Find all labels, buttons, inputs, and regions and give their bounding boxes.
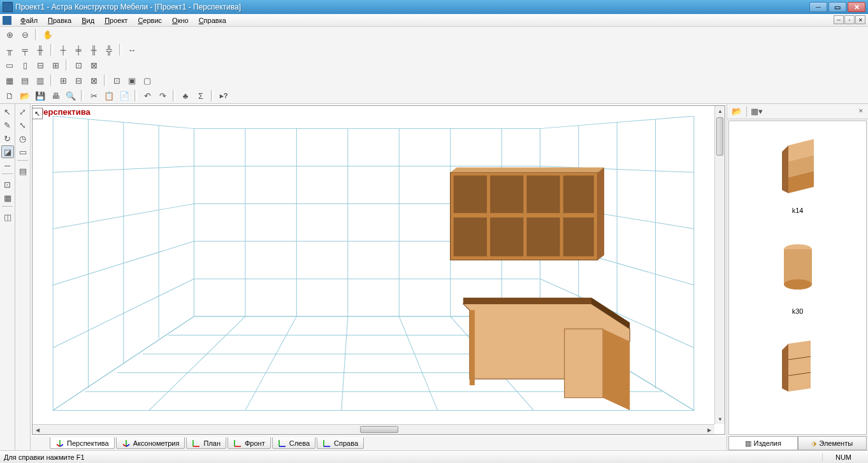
scroll-thumb[interactable] xyxy=(360,426,398,433)
redo-icon[interactable]: ↷ xyxy=(156,89,170,103)
pan-icon[interactable]: ✋ xyxy=(41,27,55,41)
layer-tool-icon[interactable]: ▤ xyxy=(17,165,29,177)
cursor-select-icon[interactable]: ↖ xyxy=(32,108,43,119)
snap-tool-icon[interactable]: ╬ xyxy=(102,43,116,57)
dim-tool-icon[interactable]: ◫ xyxy=(1,210,14,223)
mdi-minimize-button[interactable]: ─ xyxy=(834,15,844,24)
tab-plan[interactable]: План xyxy=(186,437,226,449)
menu-file[interactable]: Файл xyxy=(15,15,43,26)
save-file-icon[interactable]: 💾 xyxy=(33,89,47,103)
mdi-close-button[interactable]: ✕ xyxy=(855,15,865,24)
panel-close-icon[interactable]: ✕ xyxy=(857,107,865,115)
view-mode-icon[interactable]: ▦▾ xyxy=(749,105,763,119)
panel-tool-icon[interactable]: ⊠ xyxy=(87,58,101,72)
panel-tool-icon[interactable]: ⊞ xyxy=(48,58,62,72)
scroll-right-icon[interactable]: ▶ xyxy=(704,425,714,435)
open-library-icon[interactable]: 📂 xyxy=(730,105,744,119)
grid-tool-icon[interactable]: ⊠ xyxy=(87,73,101,87)
scroll-thumb[interactable] xyxy=(716,117,723,156)
edit-tool-icon[interactable]: ✎ xyxy=(1,119,14,131)
tab-right[interactable]: Справа xyxy=(317,437,364,449)
open-file-icon[interactable]: 📂 xyxy=(18,89,32,103)
tab-perspective[interactable]: Перспектива xyxy=(50,437,115,449)
tab-left[interactable]: Слева xyxy=(272,437,315,449)
scroll-left-icon[interactable]: ◀ xyxy=(33,425,43,435)
grid-tool-icon[interactable]: ▤ xyxy=(18,73,32,87)
minimize-button[interactable]: ─ xyxy=(809,2,827,12)
scroll-up-icon[interactable]: ▲ xyxy=(715,106,725,116)
scrollbar-vertical[interactable]: ▲ ▼ xyxy=(714,106,725,424)
cut-icon[interactable]: ✂ xyxy=(87,89,101,103)
align-tool-icon[interactable]: ╥ xyxy=(3,43,17,57)
menu-edit[interactable]: Правка xyxy=(43,15,76,26)
snap-tool-icon[interactable]: ╪ xyxy=(71,43,85,57)
maximize-button[interactable]: ▭ xyxy=(828,2,846,12)
rect-tool-icon[interactable]: ▭ xyxy=(17,145,29,158)
distribute-tool-icon[interactable]: ↔ xyxy=(125,43,139,57)
copy-icon[interactable]: 📋 xyxy=(102,89,116,103)
svg-marker-76 xyxy=(782,145,788,193)
svg-rect-46 xyxy=(563,175,594,213)
measure-tool-icon[interactable]: ◷ xyxy=(17,132,29,145)
grid-tool-icon[interactable]: ▣ xyxy=(125,73,139,87)
dim-tool-icon[interactable]: ▦ xyxy=(1,191,14,204)
rotate-tool-icon[interactable]: ↻ xyxy=(1,132,14,145)
tab-products[interactable]: ▥ Изделия xyxy=(728,436,798,450)
align-tool-icon[interactable]: ╤ xyxy=(18,43,32,57)
print-preview-icon[interactable]: 🔍 xyxy=(64,89,78,103)
select-tool-icon[interactable]: ↖ xyxy=(1,105,14,118)
zoom-out-icon[interactable]: ⊖ xyxy=(18,27,32,41)
axis-2d-icon xyxy=(322,439,331,448)
measure-tool-icon[interactable]: ⤡ xyxy=(17,119,29,131)
tab-elements[interactable]: ⬗ Элементы xyxy=(798,436,867,450)
tab-axonometry[interactable]: Аксонометрия xyxy=(116,437,185,449)
zoom-in-icon[interactable]: ⊕ xyxy=(3,27,17,41)
menu-view[interactable]: Вид xyxy=(76,15,99,26)
dim-tool-icon[interactable]: ⊡ xyxy=(1,178,14,191)
library-item[interactable]: k14 xyxy=(729,126,866,214)
library-list[interactable]: k14 k30 xyxy=(728,121,867,435)
grid-tool-icon[interactable]: ⊟ xyxy=(71,73,85,87)
svg-marker-51 xyxy=(451,167,604,172)
line-tool-icon[interactable]: ─ xyxy=(1,159,14,172)
tab-label: Аксонометрия xyxy=(133,439,180,447)
paste-icon[interactable]: 📄 xyxy=(117,89,131,103)
grid-tool-icon[interactable]: ▢ xyxy=(140,73,154,87)
close-button[interactable]: ✕ xyxy=(848,2,865,12)
menubar: Файл Правка Вид Проект Сервис Окно Справ… xyxy=(0,14,868,27)
library-item[interactable] xyxy=(729,328,866,408)
svg-marker-52 xyxy=(598,167,604,260)
snap-tool-icon[interactable]: ╫ xyxy=(87,43,101,57)
center-pane: ↖ Перспектива xyxy=(31,104,727,450)
panel-tool-icon[interactable]: ⊡ xyxy=(71,58,85,72)
grid-tool-icon[interactable]: ▦ xyxy=(3,73,17,87)
panel-tool-icon[interactable]: ▯ xyxy=(18,58,32,72)
whats-this-icon[interactable]: ▸? xyxy=(217,89,231,103)
grid-tool-icon[interactable]: ▥ xyxy=(33,73,47,87)
library-item-label: k14 xyxy=(792,207,804,214)
measure-tool-icon[interactable]: ⤢ xyxy=(17,105,29,118)
print-icon[interactable]: 🖶 xyxy=(48,89,62,103)
undo-icon[interactable]: ↶ xyxy=(140,89,154,103)
scroll-down-icon[interactable]: ▼ xyxy=(715,414,725,424)
tab-front[interactable]: Фронт xyxy=(228,437,271,449)
snap-tool-icon[interactable]: ┼ xyxy=(56,43,70,57)
menu-help[interactable]: Справка xyxy=(194,15,231,26)
menu-project[interactable]: Проект xyxy=(99,15,133,26)
tree-icon[interactable]: ♣ xyxy=(178,89,192,103)
grid-tool-icon[interactable]: ⊞ xyxy=(56,73,70,87)
menu-window[interactable]: Окно xyxy=(167,15,194,26)
menu-service[interactable]: Сервис xyxy=(133,15,167,26)
align-tool-icon[interactable]: ╫ xyxy=(33,43,47,57)
tab-label: Фронт xyxy=(245,439,265,447)
new-file-icon[interactable]: 🗋 xyxy=(3,89,17,103)
library-item[interactable]: k30 xyxy=(729,227,866,315)
viewport-3d[interactable]: ↖ Перспектива xyxy=(32,105,725,435)
panel-tool-icon[interactable]: ▭ xyxy=(3,58,17,72)
place-tool-icon[interactable]: ◪ xyxy=(1,145,14,158)
mdi-restore-button[interactable]: ▫ xyxy=(844,15,855,24)
grid-tool-icon[interactable]: ⊡ xyxy=(110,73,124,87)
scrollbar-horizontal[interactable]: ◀ ▶ xyxy=(33,424,714,434)
sigma-icon[interactable]: Σ xyxy=(194,89,208,103)
panel-tool-icon[interactable]: ⊟ xyxy=(33,58,47,72)
